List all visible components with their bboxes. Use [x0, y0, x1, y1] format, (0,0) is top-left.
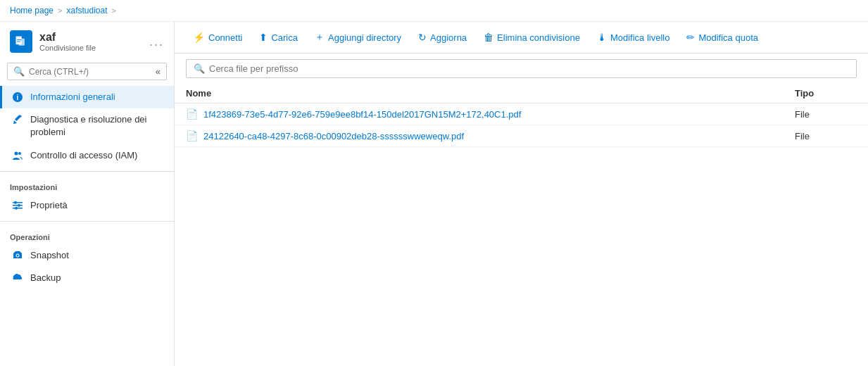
- file-name-cell[interactable]: 📄 1f423869-73e5-4d77-92e6-759e9ee8bf14-1…: [186, 108, 772, 120]
- plug-icon: ⚡: [193, 32, 205, 43]
- sidebar-item-informazioni-generali[interactable]: i Informazioni generali: [0, 86, 174, 108]
- svg-point-4: [15, 151, 18, 155]
- search-icon: 🔍: [13, 66, 25, 77]
- divider-impostazioni: [0, 171, 174, 172]
- table-row[interactable]: 📄 24122640-ca48-4297-8c68-0c00902deb28-s…: [175, 125, 868, 147]
- file-table: Nome Tipo 📄 1f423869-73e5-4d77-92e6-759e…: [175, 84, 868, 366]
- modifica-livello-button[interactable]: 🌡 Modifica livello: [590, 28, 677, 46]
- upload-icon: ⬆: [259, 32, 268, 43]
- file-search-input[interactable]: [209, 63, 849, 74]
- breadcrumb-home[interactable]: Home page: [10, 6, 54, 15]
- carica-button[interactable]: ⬆ Carica: [252, 28, 305, 46]
- app-icon: [10, 30, 32, 53]
- file-icon: 📄: [186, 108, 198, 120]
- svg-point-9: [14, 201, 17, 204]
- sidebar-item-label-snapshot: Snapshot: [30, 249, 69, 262]
- cloud-icon: [12, 272, 23, 284]
- sidebar-item-label-proprieta: Proprietà: [30, 199, 68, 212]
- sidebar-search-box[interactable]: 🔍 «: [7, 63, 167, 80]
- file-type-cell: File: [784, 103, 868, 125]
- trash-icon: 🗑: [484, 32, 493, 43]
- sidebar-item-snapshot[interactable]: Snapshot: [0, 244, 174, 267]
- info-icon: i: [12, 92, 23, 103]
- file-share-svg: [14, 34, 28, 49]
- section-label-operazioni: Operazioni: [0, 226, 174, 244]
- sidebar-search-input[interactable]: [29, 67, 151, 77]
- sidebar-more-button[interactable]: ...: [149, 34, 164, 49]
- app-name: xaf: [39, 31, 142, 44]
- section-label-impostazioni: Impostazioni: [0, 176, 174, 194]
- sidebar-item-label-diagnostica: Diagnostica e risoluzione dei problemi: [30, 113, 164, 139]
- plus-icon: ＋: [315, 31, 325, 44]
- table-row[interactable]: 📄 1f423869-73e5-4d77-92e6-759e9ee8bf14-1…: [175, 103, 868, 125]
- breadcrumb: Home page > xafstudioat >: [0, 0, 868, 22]
- sidebar-item-controllo-accesso[interactable]: Controllo di accesso (IAM): [0, 144, 174, 167]
- connetti-button[interactable]: ⚡ Connetti: [186, 28, 249, 46]
- elimina-condivisione-button[interactable]: 🗑 Elimina condivisione: [477, 28, 587, 46]
- sidebar-item-diagnostica[interactable]: Diagnostica e risoluzione dei problemi: [0, 108, 174, 144]
- refresh-icon: ↻: [418, 32, 427, 43]
- svg-point-5: [18, 152, 21, 155]
- breadcrumb-sep1: >: [58, 6, 62, 15]
- modifica-quota-button[interactable]: ✏ Modifica quota: [679, 28, 765, 46]
- aggiorna-button[interactable]: ↻ Aggiorna: [411, 28, 474, 46]
- file-name-text: 24122640-ca48-4297-8c68-0c00902deb28-sss…: [203, 131, 464, 141]
- content-area: ⚡ Connetti ⬆ Carica ＋ Aggiungi directory…: [175, 22, 868, 366]
- sidebar-item-label-informazioni: Informazioni generali: [30, 91, 115, 103]
- breadcrumb-resource[interactable]: xafstudioat: [66, 6, 107, 15]
- snapshot-icon: [12, 250, 23, 261]
- wrench-icon: [12, 114, 23, 125]
- sidebar-item-label-backup: Backup: [30, 272, 61, 284]
- pencil-icon: ✏: [686, 32, 695, 43]
- sidebar-header: xaf Condivisione file ...: [0, 22, 174, 58]
- file-icon: 📄: [186, 130, 198, 141]
- thermometer-icon: 🌡: [597, 32, 607, 43]
- divider-operazioni: [0, 221, 174, 222]
- people-icon: [12, 150, 23, 161]
- sidebar-item-backup[interactable]: Backup: [0, 267, 174, 289]
- sidebar-item-proprieta[interactable]: Proprietà: [0, 194, 174, 217]
- sidebar: xaf Condivisione file ... 🔍 « i Informaz…: [0, 22, 175, 366]
- sliders-icon: [12, 200, 23, 211]
- aggiungi-directory-button[interactable]: ＋ Aggiungi directory: [308, 27, 408, 47]
- svg-point-11: [15, 207, 18, 210]
- col-tipo: Tipo: [784, 84, 868, 103]
- toolbar: ⚡ Connetti ⬆ Carica ＋ Aggiungi directory…: [175, 22, 868, 53]
- sidebar-title-block: xaf Condivisione file: [39, 31, 142, 52]
- svg-text:i: i: [17, 94, 19, 101]
- app-subtitle: Condivisione file: [39, 44, 142, 52]
- sidebar-item-label-controllo: Controllo di accesso (IAM): [30, 149, 137, 162]
- col-nome: Nome: [175, 84, 784, 103]
- file-search-icon: 🔍: [194, 63, 205, 74]
- file-type-cell: File: [784, 125, 868, 147]
- file-name-cell[interactable]: 📄 24122640-ca48-4297-8c68-0c00902deb28-s…: [186, 130, 772, 141]
- file-search-box[interactable]: 🔍: [186, 59, 857, 78]
- collapse-sidebar-icon[interactable]: «: [156, 66, 161, 77]
- breadcrumb-sep2: >: [112, 6, 116, 15]
- svg-point-10: [18, 204, 20, 207]
- svg-point-13: [17, 254, 19, 256]
- file-name-text: 1f423869-73e5-4d77-92e6-759e9ee8bf14-150…: [203, 109, 521, 120]
